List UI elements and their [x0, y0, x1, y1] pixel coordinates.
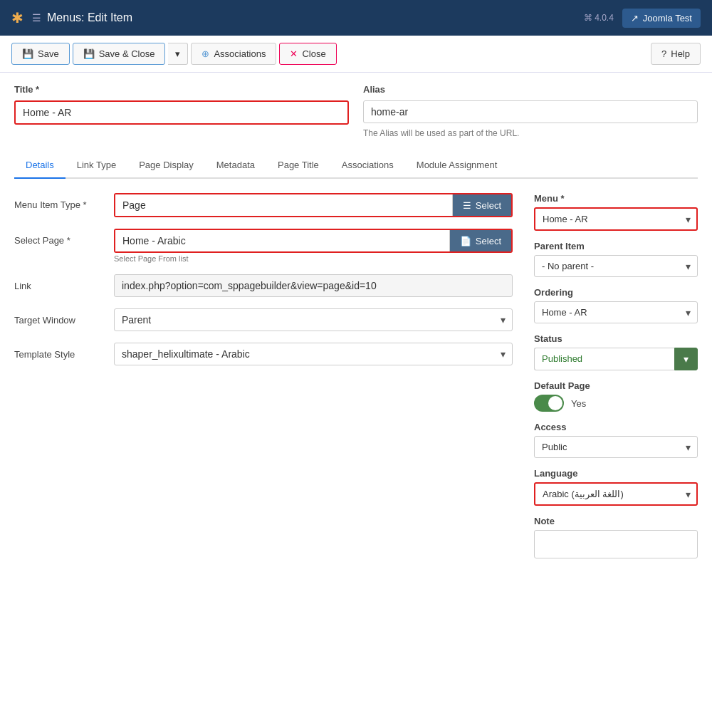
right-panel: Menu * Home - AR Parent Item - No pare	[534, 193, 698, 561]
ordering-select[interactable]: Home - AR	[534, 301, 698, 323]
select-page-input[interactable]	[115, 230, 450, 251]
page-icon: 📄	[460, 236, 471, 246]
parent-item-wrapper: - No parent -	[534, 255, 698, 277]
status-label: Status	[534, 333, 698, 344]
status-field-group: Status Published ▾	[534, 333, 698, 370]
link-field	[114, 274, 513, 297]
help-button[interactable]: ? Help	[651, 43, 701, 65]
toolbar-right: ? Help	[651, 43, 701, 65]
language-wrapper: Arabic (اللغة العربية)	[534, 482, 698, 506]
ordering-wrapper: Home - AR	[534, 301, 698, 323]
save-button[interactable]: 💾 Save	[11, 43, 70, 65]
link-label: Link	[14, 274, 107, 291]
template-style-label: Template Style	[14, 343, 107, 360]
alias-hint: The Alias will be used as part of the UR…	[363, 128, 698, 138]
menu-item-type-select-button[interactable]: ☰ Select	[453, 194, 511, 216]
joomla-logo-icon: ✱	[11, 9, 23, 26]
menu-select[interactable]: Home - AR	[534, 207, 698, 231]
template-style-field: shaper_helixultimate - Arabic	[114, 343, 513, 365]
menu-field-label: Menu *	[534, 193, 698, 204]
user-menu-button[interactable]: ↗ Joomla Test	[622, 9, 701, 28]
parent-item-field-group: Parent Item - No parent -	[534, 241, 698, 277]
template-style-row: Template Style shaper_helixultimate - Ar…	[14, 343, 513, 365]
tab-page-title[interactable]: Page Title	[266, 152, 330, 179]
target-window-field: Parent	[114, 308, 513, 331]
details-section: Menu Item Type * ☰ Select Select Page	[14, 193, 698, 561]
toolbar: 💾 Save 💾 Save & Close ▾ ⊕ Associations ✕…	[0, 36, 712, 73]
tabs: Details Link Type Page Display Metadata …	[14, 152, 698, 179]
nav-right: ⌘ 4.0.4 ↗ Joomla Test	[584, 9, 701, 28]
associations-button[interactable]: ⊕ Associations	[191, 43, 276, 65]
parent-item-select[interactable]: - No parent -	[534, 255, 698, 277]
hamburger-icon: ☰	[32, 12, 41, 24]
note-label: Note	[534, 516, 698, 526]
toolbar-left: 💾 Save 💾 Save & Close ▾ ⊕ Associations ✕…	[11, 43, 337, 65]
page-wrapper: ✱ ☰ Menus: Edit Item ⌘ 4.0.4 ↗ Joomla Te…	[0, 0, 712, 728]
tab-page-display[interactable]: Page Display	[127, 152, 205, 179]
tab-metadata[interactable]: Metadata	[205, 152, 266, 179]
chevron-down-icon: ▾	[175, 48, 180, 59]
title-alias-row: Title * Alias The Alias will be used as …	[14, 84, 698, 138]
link-row: Link	[14, 274, 513, 297]
select-page-group: 📄 Select	[114, 229, 513, 253]
user-icon: ↗	[631, 13, 639, 24]
template-style-select[interactable]: shaper_helixultimate - Arabic	[114, 343, 513, 365]
select-page-button[interactable]: 📄 Select	[450, 230, 511, 251]
menu-select-wrapper: Home - AR	[534, 207, 698, 231]
menu-item-type-field: ☰ Select	[114, 193, 513, 217]
nav-left: ✱ ☰ Menus: Edit Item	[11, 9, 132, 26]
title-input[interactable]	[14, 100, 349, 125]
menu-item-type-row: Menu Item Type * ☰ Select	[14, 193, 513, 217]
access-label: Access	[534, 422, 698, 432]
language-select[interactable]: Arabic (اللغة العربية)	[534, 482, 698, 506]
default-page-toggle[interactable]	[534, 395, 564, 412]
menu-field-group: Menu * Home - AR	[534, 193, 698, 231]
access-wrapper: Public	[534, 436, 698, 458]
save-close-icon: 💾	[83, 48, 95, 59]
list-icon: ☰	[463, 200, 471, 211]
associations-icon: ⊕	[201, 48, 209, 59]
status-dropdown-button[interactable]: ▾	[674, 348, 698, 370]
top-nav: ✱ ☰ Menus: Edit Item ⌘ 4.0.4 ↗ Joomla Te…	[0, 0, 712, 36]
select-page-field: 📄 Select Select Page From list	[114, 229, 513, 263]
access-select[interactable]: Public	[534, 436, 698, 458]
status-chevron-icon: ▾	[684, 353, 689, 365]
target-window-label: Target Window	[14, 308, 107, 326]
menu-item-type-label: Menu Item Type *	[14, 193, 107, 210]
select-page-row: Select Page * 📄 Select Select Page From …	[14, 229, 513, 263]
ordering-field-group: Ordering Home - AR	[534, 287, 698, 323]
status-row: Published ▾	[534, 348, 698, 370]
menu-item-type-group: ☰ Select	[114, 193, 513, 217]
title-label: Title *	[14, 84, 349, 95]
page-title: ☰ Menus: Edit Item	[32, 11, 132, 24]
menu-item-type-input[interactable]	[115, 194, 453, 216]
tab-associations[interactable]: Associations	[330, 152, 405, 179]
help-icon: ?	[661, 48, 666, 59]
close-button[interactable]: ✕ Close	[279, 43, 336, 65]
parent-item-label: Parent Item	[534, 241, 698, 251]
select-page-label: Select Page *	[14, 229, 107, 246]
save-close-button[interactable]: 💾 Save & Close	[73, 43, 166, 65]
version-badge: ⌘ 4.0.4	[584, 13, 614, 23]
tab-module-assignment[interactable]: Module Assignment	[405, 152, 508, 179]
alias-label: Alias	[363, 84, 698, 95]
note-input[interactable]	[534, 530, 698, 558]
alias-input[interactable]	[363, 100, 698, 123]
target-window-select[interactable]: Parent	[114, 308, 513, 331]
default-page-field-group: Default Page Yes	[534, 380, 698, 412]
save-dropdown-button[interactable]: ▾	[168, 43, 188, 65]
tab-details[interactable]: Details	[14, 152, 66, 179]
title-field-group: Title *	[14, 84, 349, 138]
status-value: Published	[534, 348, 674, 370]
default-page-label: Default Page	[534, 380, 698, 391]
toggle-knob	[548, 396, 562, 410]
ordering-label: Ordering	[534, 287, 698, 298]
select-page-hint: Select Page From list	[114, 254, 513, 263]
tab-link-type[interactable]: Link Type	[66, 152, 127, 179]
note-field-group: Note	[534, 516, 698, 561]
link-input[interactable]	[114, 274, 513, 297]
target-window-row: Target Window Parent	[14, 308, 513, 331]
language-field-group: Language Arabic (اللغة العربية)	[534, 468, 698, 506]
target-window-wrapper: Parent	[114, 308, 513, 331]
details-right: Menu * Home - AR Parent Item - No pare	[534, 193, 698, 561]
